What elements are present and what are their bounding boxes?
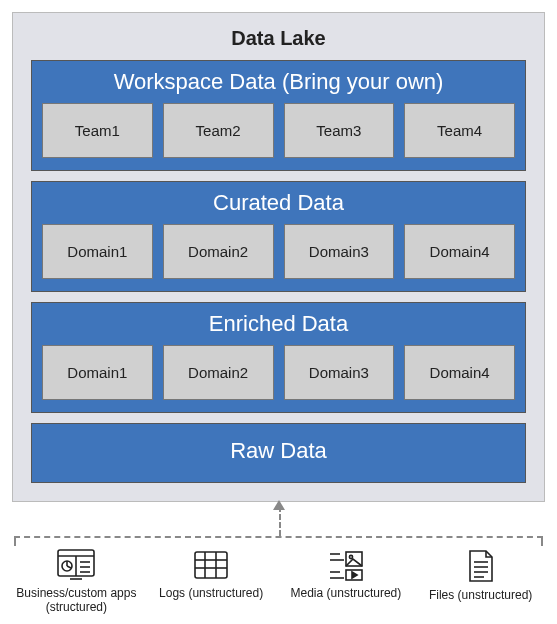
box-domain1: Domain1 (42, 345, 153, 400)
source-label: Business/custom apps (structured) (12, 586, 141, 615)
logs-icon (147, 548, 276, 582)
box-team3: Team3 (284, 103, 395, 158)
files-icon (416, 548, 545, 584)
layer-boxes: Domain1 Domain2 Domain3 Domain4 (42, 345, 515, 400)
box-domain3: Domain3 (284, 345, 395, 400)
layer-title: Workspace Data (Bring your own) (42, 69, 515, 95)
source-business-apps: Business/custom apps (structured) (12, 548, 141, 615)
app-icon (12, 548, 141, 582)
layer-title: Curated Data (42, 190, 515, 216)
box-domain4: Domain4 (404, 345, 515, 400)
layer-workspace-data: Workspace Data (Bring your own) Team1 Te… (31, 60, 526, 171)
box-domain4: Domain4 (404, 224, 515, 279)
layer-title: Raw Data (42, 432, 515, 470)
data-lake-title: Data Lake (31, 27, 526, 50)
source-label: Media (unstructured) (282, 586, 411, 600)
media-icon (282, 548, 411, 582)
source-files: Files (unstructured) (416, 548, 545, 615)
box-domain1: Domain1 (42, 224, 153, 279)
box-domain3: Domain3 (284, 224, 395, 279)
data-sources-row: Business/custom apps (structured) Logs (… (12, 548, 545, 615)
data-lake-container: Data Lake Workspace Data (Bring your own… (12, 12, 545, 502)
svg-point-20 (349, 555, 352, 558)
svg-marker-22 (352, 572, 357, 578)
layer-boxes: Team1 Team2 Team3 Team4 (42, 103, 515, 158)
box-team1: Team1 (42, 103, 153, 158)
source-label: Files (unstructured) (416, 588, 545, 602)
layer-title: Enriched Data (42, 311, 515, 337)
box-team2: Team2 (163, 103, 274, 158)
sources-bracket (14, 536, 543, 538)
source-logs: Logs (unstructured) (147, 548, 276, 615)
box-team4: Team4 (404, 103, 515, 158)
source-media: Media (unstructured) (282, 548, 411, 615)
layer-raw-data: Raw Data (31, 423, 526, 483)
layer-curated-data: Curated Data Domain1 Domain2 Domain3 Dom… (31, 181, 526, 292)
svg-line-5 (67, 566, 71, 568)
source-label: Logs (unstructured) (147, 586, 276, 600)
layer-boxes: Domain1 Domain2 Domain3 Domain4 (42, 224, 515, 279)
box-domain2: Domain2 (163, 224, 274, 279)
svg-rect-10 (195, 552, 227, 578)
ingest-arrow (12, 502, 545, 536)
box-domain2: Domain2 (163, 345, 274, 400)
layer-enriched-data: Enriched Data Domain1 Domain2 Domain3 Do… (31, 302, 526, 413)
